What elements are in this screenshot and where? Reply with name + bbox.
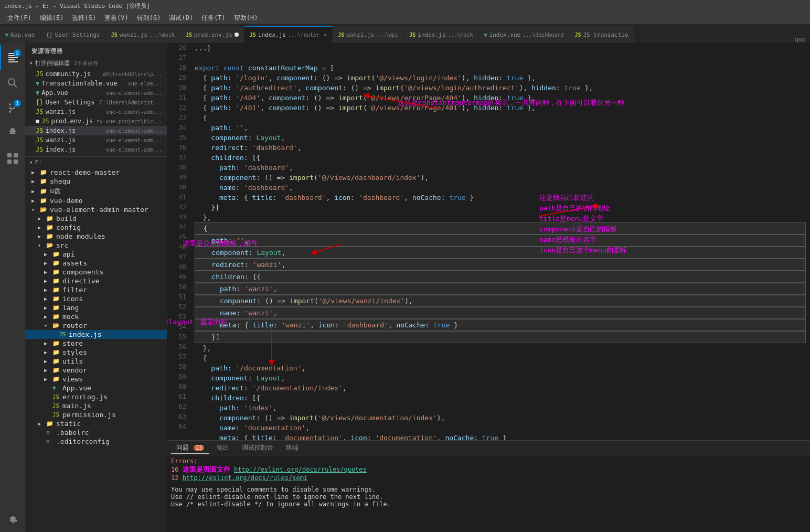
tree-icons[interactable]: ▶ 📁 icons <box>25 294 167 303</box>
main-layout: ▼ App.vue {} User Settings JS wanzi.js .… <box>0 25 810 532</box>
open-file-prod-env[interactable]: JS prod.env.js zy-vue-project\b\c... <box>25 116 167 126</box>
expand-arrow: ▶ <box>31 198 40 204</box>
code-line: }] <box>195 203 806 212</box>
tree-vue-element[interactable]: ▾ 📂 vue-element-admin-master <box>25 205 167 214</box>
modified-indicator <box>36 120 39 123</box>
tree-editorconfig[interactable]: ⚙ .editorconfig <box>25 437 167 446</box>
tab-close-button[interactable]: ✕ <box>324 32 327 38</box>
tab-transact[interactable]: JS JS transactio <box>569 26 634 43</box>
open-file-app-vue[interactable]: ▼ App.vue vue-element-adm... <box>25 88 167 98</box>
open-file-user-settings[interactable]: {} User Settings C:\Users\Administ... <box>25 98 167 107</box>
js-file-icon: JS <box>36 108 43 115</box>
tree-node-modules[interactable]: ▶ 📁 node_modules <box>25 232 167 241</box>
tree-permission[interactable]: JS permission.js <box>25 410 167 419</box>
error-item-1: 16 这里是页面文件 http://eslint.org/docs/rules/… <box>171 465 806 474</box>
tree-app-vue[interactable]: ▼ App.vue <box>25 384 167 392</box>
svg-line-1 <box>14 84 17 87</box>
tree-build[interactable]: ▶ 📁 build <box>25 214 167 223</box>
expand-arrow: ▶ <box>44 305 52 311</box>
panel-tab-problems[interactable]: 问题 23 <box>171 442 209 454</box>
tab-index-dashboard[interactable]: ▼ index.vue ...\dashboard <box>479 26 570 43</box>
code-line: meta: { title: 'dashboard', icon: 'dashb… <box>195 193 806 203</box>
open-file-wanzi2[interactable]: JS wanzi.js vue-element-adm... <box>25 135 167 145</box>
sidebar-header: 资源管理器 <box>25 43 167 57</box>
js-file-icon: JS <box>59 331 67 338</box>
expand-arrow: ▶ <box>31 178 40 184</box>
tree-react-demo[interactable]: ▶ 📁 react-demo-master <box>25 168 167 177</box>
tree-config[interactable]: ▶ 📁 config <box>25 223 167 232</box>
tree-filter[interactable]: ▶ 📁 filter <box>25 285 167 294</box>
menu-help[interactable]: 帮助(H) <box>230 13 262 24</box>
menu-debug[interactable]: 调试(D) <box>165 13 197 24</box>
debug-activity-icon[interactable] <box>0 121 25 146</box>
tree-router[interactable]: ▾ 📂 router <box>25 321 167 330</box>
open-file-community[interactable]: JS community.js WX\trunk02\src\p... <box>25 69 167 79</box>
expand-arrow: ▶ <box>44 260 52 266</box>
extensions-activity-icon[interactable] <box>0 146 25 171</box>
tree-views[interactable]: ▶ 📁 views <box>25 375 167 384</box>
menu-edit[interactable]: 编辑(E) <box>36 13 68 24</box>
explorer-activity-icon[interactable]: 2 <box>0 45 25 70</box>
menu-file[interactable]: 文件(F) <box>3 13 36 24</box>
menu-select[interactable]: 选择(S) <box>68 13 100 24</box>
open-file-index-js2[interactable]: JS index.js vue-element-adm... <box>25 145 167 154</box>
folder-open-icon: 📂 <box>40 206 48 213</box>
panel-tab-output[interactable]: 输出 <box>211 442 235 453</box>
tree-index-js-router[interactable]: JS index.js <box>25 330 167 339</box>
menu-goto[interactable]: 转到(G) <box>133 13 165 24</box>
tree-api[interactable]: ▶ 📁 api <box>25 250 167 259</box>
config-file-icon: ⚙ <box>46 429 55 436</box>
settings-activity-icon[interactable] <box>0 507 25 532</box>
tab-label: wanzi.js <box>120 31 147 38</box>
tree-directive[interactable]: ▶ 📁 directive <box>25 276 167 285</box>
tree-shequ[interactable]: ▶ 📁 shequ <box>25 177 167 186</box>
open-file-transaction[interactable]: ▼ TransactionTable.vue vue-elem... <box>25 79 167 88</box>
code-editor[interactable]: 26 27 28 29 30 31 32 33 34 35 36 37 38 3… <box>167 43 810 440</box>
explorer-title[interactable]: ▾ E: <box>25 157 167 168</box>
tab-label: index.js <box>418 31 445 38</box>
code-line: component: Layout, <box>195 373 806 383</box>
tree-utils[interactable]: ▶ 📁 utils <box>25 357 167 366</box>
tree-static[interactable]: ▶ 📁 static <box>25 419 167 428</box>
tree-vue-demo[interactable]: ▶ 📁 vue-demo <box>25 196 167 205</box>
tree-store[interactable]: ▶ 📁 store <box>25 339 167 348</box>
warning-line-2: Use // eslint-disable-next-line to ignor… <box>171 493 806 501</box>
tree-udisk[interactable]: ▶ 📁 u盘 <box>25 186 167 196</box>
tree-vendor[interactable]: ▶ 📁 vendor <box>25 366 167 375</box>
folder-open-icon: 📂 <box>52 322 61 329</box>
expand-arrow: ▾ <box>44 323 52 328</box>
expand-arrow: ▶ <box>44 296 52 302</box>
folder-icon: 📁 <box>46 224 55 231</box>
folder-icon: 📁 <box>52 313 61 320</box>
tree-src[interactable]: ▾ 📂 src <box>25 241 167 250</box>
menu-view[interactable]: 查看(V) <box>100 13 133 24</box>
menu-task[interactable]: 任务(T) <box>197 13 230 24</box>
tab-index-mock[interactable]: JS index.js ...\mock <box>404 26 478 43</box>
tab-index-router[interactable]: JS index.js ...\router ✕ <box>244 26 333 43</box>
tree-babelrc[interactable]: ⚙ .babelrc <box>25 428 167 437</box>
menubar: 文件(F) 编辑(E) 选择(S) 查看(V) 转到(G) 调试(D) 任务(T… <box>0 12 810 25</box>
tree-components[interactable]: ▶ 📁 components <box>25 268 167 276</box>
open-file-index-js[interactable]: JS index.js vue-element-adm... <box>25 126 167 135</box>
search-activity-icon[interactable] <box>0 70 25 95</box>
panel-tab-terminal[interactable]: 终端 <box>281 442 304 453</box>
tab-user-settings[interactable]: {} User Settings <box>40 26 105 43</box>
tree-mock[interactable]: ▶ 📁 mock <box>25 312 167 321</box>
open-file-wanzi[interactable]: JS wanzi.js vue-element-adm... <box>25 107 167 116</box>
panel-tab-debug-console[interactable]: 调试控制台 <box>237 442 279 453</box>
tab-app-vue[interactable]: ▼ App.vue <box>0 26 40 43</box>
tab-wanzi-api[interactable]: JS wanzi.js ...\api <box>333 26 404 43</box>
tab-prod-env[interactable]: JS prod.env.js <box>180 26 244 43</box>
tree-main[interactable]: JS main.js <box>25 401 167 410</box>
open-editors-title[interactable]: ▾ 打开的编辑器 2个未保存 <box>25 57 167 69</box>
tree-styles[interactable]: ▶ 📁 styles <box>25 348 167 357</box>
sidebar: 资源管理器 ▾ 打开的编辑器 2个未保存 JS community.js WX\… <box>25 43 167 532</box>
titlebar-text: index.js - E: - Visual Studio Code [管理员] <box>4 2 150 10</box>
tree-lang[interactable]: ▶ 📁 lang <box>25 303 167 312</box>
tree-assets[interactable]: ▶ 📁 assets <box>25 259 167 268</box>
tab-wanzi-mock[interactable]: JS wanzi.js ...\mock <box>106 26 180 43</box>
code-content[interactable]: ...} export const constantRouterMap = [ … <box>190 43 810 440</box>
tab-label: JS transactio <box>583 31 628 38</box>
tree-errorlog[interactable]: JS errorLog.js <box>25 392 167 401</box>
git-activity-icon[interactable]: 1 <box>0 95 25 121</box>
